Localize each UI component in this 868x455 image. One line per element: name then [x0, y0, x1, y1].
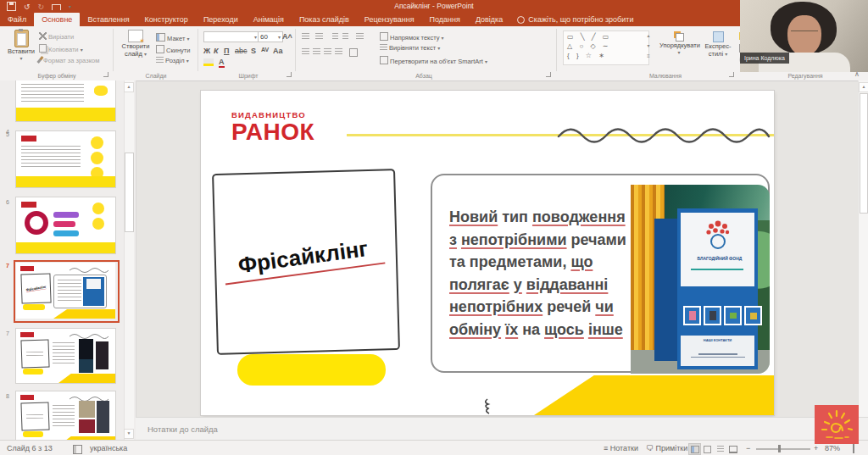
align-text-button[interactable]: Вирівняти текст ▾	[380, 44, 440, 52]
spellcheck-icon[interactable]	[73, 445, 82, 454]
thumbnail-slide-8[interactable]	[16, 391, 115, 440]
line-spacing-icon[interactable]	[356, 33, 364, 40]
tab-insert[interactable]: Вставлення	[80, 13, 136, 26]
fit-to-window-icon[interactable]	[853, 443, 854, 453]
dialog-launcher-icon[interactable]	[546, 72, 551, 77]
scroll-up-icon[interactable]: ▲	[124, 82, 134, 92]
scroll-up-icon[interactable]: ▲	[859, 82, 868, 92]
font-name-combo[interactable]: ▾	[203, 31, 259, 42]
tab-transitions[interactable]: Переходи	[196, 13, 246, 26]
comments-toggle[interactable]: 🗨 Примітки	[646, 444, 687, 452]
change-case-button[interactable]: Aa	[273, 47, 283, 55]
underline-button[interactable]: П	[224, 47, 229, 55]
bold-button[interactable]: Ж	[203, 47, 210, 55]
ribbon: Вставити ▾ Вирізати Копіювати ▾ Формат з…	[0, 26, 868, 81]
format-painter-button[interactable]: Формат за зразком	[39, 56, 99, 64]
highlight-color-icon[interactable]	[203, 58, 214, 66]
columns-icon[interactable]	[349, 48, 358, 57]
new-slide-button[interactable]: Створити слайд ▾	[119, 30, 153, 58]
slide-sorter-icon[interactable]	[701, 443, 714, 455]
dialog-launcher-icon[interactable]	[287, 72, 292, 77]
thumbnail-slide-5[interactable]	[16, 197, 115, 253]
shape-gallery-scroll[interactable]: ▴▾≡	[644, 31, 653, 61]
font-size-combo[interactable]: 60▾	[258, 31, 283, 42]
increase-indent-icon[interactable]	[342, 33, 348, 40]
grow-font-button[interactable]: A˄	[282, 32, 292, 41]
definition-text: Новий тип поводженняз непотрібними речам…	[449, 206, 640, 341]
wave-decoration	[555, 125, 772, 147]
thumbnail-photo	[79, 401, 95, 418]
arrange-button[interactable]: Упорядкувати ▾	[659, 31, 698, 55]
group-label-clipboard: Буфер обміну	[7, 73, 107, 79]
tab-file[interactable]: Файл	[0, 13, 34, 26]
thumbnails-scrollbar[interactable]	[124, 80, 134, 440]
justify-icon[interactable]	[335, 48, 342, 55]
language-indicator[interactable]: українська	[90, 444, 127, 452]
zoom-in-icon[interactable]: +	[814, 444, 818, 452]
decrease-indent-icon[interactable]	[332, 33, 338, 40]
shape-gallery[interactable]: ▭ ╲ ╱ ▭△ ○ ◇ ∼{ } ☆ ∗	[563, 31, 649, 65]
scrollbar-thumb[interactable]	[860, 93, 868, 214]
zoom-out-icon[interactable]: −	[746, 444, 750, 452]
copy-button[interactable]: Копіювати ▾	[39, 44, 83, 53]
thumbnail-slide-6-selected[interactable]: Фрісайклінг	[14, 260, 120, 323]
scroll-down-icon[interactable]: ▼	[124, 429, 134, 439]
tab-animations[interactable]: Анімація	[246, 13, 292, 26]
yellow-pill-shape[interactable]	[237, 354, 386, 386]
tab-home[interactable]: Основне	[34, 13, 80, 26]
zoom-slider-thumb[interactable]	[778, 445, 781, 452]
thumbnail-slide-7[interactable]	[16, 329, 115, 383]
zoom-slider[interactable]	[756, 448, 810, 450]
dialog-launcher-icon[interactable]	[103, 72, 108, 77]
scrollbar-thumb[interactable]	[125, 153, 134, 232]
notes-pane[interactable]: Нотатки до слайда	[136, 417, 868, 441]
notes-placeholder: Нотатки до слайда	[147, 424, 218, 434]
donation-box-side	[654, 219, 677, 361]
align-right-icon[interactable]	[324, 48, 331, 55]
clothing-icons-row	[683, 306, 762, 325]
numbering-icon[interactable]	[315, 33, 323, 40]
copy-icon	[39, 44, 47, 53]
reading-view-icon[interactable]	[714, 443, 726, 455]
text-shadow-button[interactable]: S	[251, 47, 256, 55]
char-spacing-button[interactable]: AV	[261, 47, 269, 53]
layout-button[interactable]: Макет ▾	[156, 33, 189, 42]
smartart-button[interactable]: Перетворити на об'єкт SmartArt ▾	[380, 56, 487, 65]
group-label-editing: Редагування	[767, 73, 843, 79]
quick-styles-button[interactable]: Експрес- стилі ▾	[702, 31, 734, 58]
tab-slideshow[interactable]: Показ слайдів	[292, 13, 357, 26]
dress-icon	[683, 306, 701, 325]
slideshow-view-icon[interactable]	[726, 443, 739, 455]
thumbnail-number-selected: 7	[3, 263, 13, 269]
term-card[interactable]: Фрісайклінг	[212, 169, 400, 355]
sun-icon	[818, 408, 855, 441]
reset-button[interactable]: Скинути	[156, 45, 191, 54]
tell-me-box[interactable]: Скажіть, що потрібно зробити	[510, 13, 640, 26]
ranok-sun-logo	[815, 405, 859, 444]
bullets-icon[interactable]	[302, 33, 309, 40]
reset-icon	[156, 45, 164, 53]
quick-styles-icon	[713, 31, 724, 42]
font-color-button[interactable]: A	[219, 58, 225, 68]
tab-view[interactable]: Подання	[422, 13, 468, 26]
tab-help[interactable]: Довідка	[468, 13, 510, 26]
cut-button[interactable]: Вирізати	[39, 32, 74, 41]
align-center-icon[interactable]	[313, 48, 320, 55]
italic-button[interactable]: К	[214, 47, 219, 55]
align-left-icon[interactable]	[302, 48, 309, 55]
strikethrough-button[interactable]: abc	[235, 47, 248, 55]
slide-canvas[interactable]: ВИДАВНИЦТВО РАНОК Фрісайклінг Новий тип …	[201, 91, 774, 415]
zoom-level[interactable]: 87%	[825, 444, 840, 452]
section-button[interactable]: Розділ ▾	[156, 57, 189, 64]
notes-toggle[interactable]: ≡ Нотатки	[604, 444, 638, 452]
tab-design[interactable]: Конструктор	[137, 13, 196, 26]
paste-button[interactable]: Вставити ▾	[7, 30, 36, 61]
thumbnail-number: 6	[3, 199, 13, 205]
thumbnail-slide-4[interactable]	[16, 131, 115, 187]
text-direction-button[interactable]: Напрямок тексту ▾	[380, 32, 444, 42]
normal-view-icon[interactable]	[688, 443, 701, 455]
tab-review[interactable]: Рецензування	[357, 13, 422, 26]
thumbnail-slide-3[interactable]	[16, 80, 115, 121]
dialog-launcher-icon[interactable]	[729, 72, 734, 77]
presenter-glasses	[791, 31, 818, 37]
